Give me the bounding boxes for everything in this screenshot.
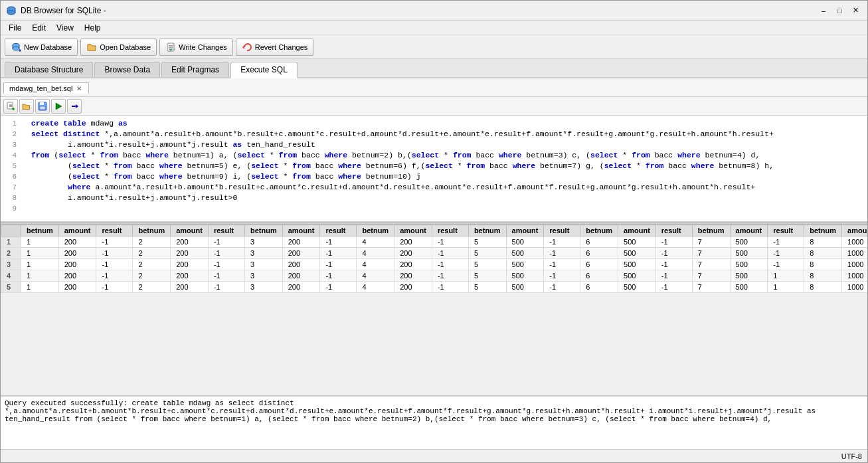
table-row[interactable]: 51200-12200-13200-14200-15500-16500-1750… bbox=[1, 282, 868, 293]
col-amount-6[interactable]: amount bbox=[618, 225, 656, 236]
sql-open-button[interactable] bbox=[19, 99, 34, 114]
menu-file[interactable]: File bbox=[3, 22, 27, 34]
results-section[interactable]: betnum amount result betnum amount resul… bbox=[1, 225, 867, 396]
col-amount-5[interactable]: amount bbox=[506, 225, 544, 236]
table-cell: -1 bbox=[208, 236, 244, 248]
svg-rect-24 bbox=[40, 106, 45, 110]
col-result-3[interactable]: result bbox=[320, 225, 357, 236]
sql-save-button[interactable] bbox=[35, 99, 50, 114]
col-betnum-5[interactable]: betnum bbox=[468, 225, 506, 236]
col-result-5[interactable]: result bbox=[544, 225, 580, 236]
table-cell: 500 bbox=[730, 259, 768, 270]
sql-tab-close[interactable]: ✕ bbox=[75, 85, 83, 92]
table-cell: -1 bbox=[544, 282, 580, 293]
tab-database-structure[interactable]: Database Structure bbox=[5, 62, 93, 77]
menu-edit[interactable]: Edit bbox=[27, 22, 51, 34]
table-cell: 500 bbox=[506, 282, 544, 293]
table-cell: 200 bbox=[394, 236, 432, 248]
table-cell: 1 bbox=[21, 236, 59, 248]
table-cell: 1 bbox=[21, 282, 59, 293]
table-row[interactable]: 31200-12200-13200-14200-15500-16500-1750… bbox=[1, 259, 868, 270]
table-cell: 5 bbox=[468, 248, 506, 259]
table-cell: -1 bbox=[655, 259, 692, 270]
table-row[interactable]: 41200-12200-13200-14200-15500-16500-1750… bbox=[1, 270, 868, 282]
sql-code-editor[interactable]: 1 create table mdawg as 2 select distinc… bbox=[1, 116, 867, 222]
svg-rect-23 bbox=[40, 102, 44, 105]
window-controls: – □ ✕ bbox=[817, 4, 862, 17]
open-database-button[interactable]: Open Database bbox=[80, 39, 157, 56]
sql-new-button[interactable] bbox=[3, 99, 18, 114]
table-cell: 4 bbox=[357, 270, 394, 282]
app-window: DB Browser for SQLite - – □ ✕ File Edit … bbox=[0, 0, 868, 463]
table-cell: 200 bbox=[171, 236, 209, 248]
tab-edit-pragmas[interactable]: Edit Pragmas bbox=[161, 62, 229, 77]
col-betnum-6[interactable]: betnum bbox=[580, 225, 618, 236]
table-cell: 1 bbox=[21, 270, 59, 282]
table-cell: 5 bbox=[468, 282, 506, 293]
table-cell: -1 bbox=[432, 248, 468, 259]
sql-run-button[interactable] bbox=[51, 99, 66, 114]
col-result-6[interactable]: result bbox=[655, 225, 692, 236]
table-cell: 1 bbox=[768, 282, 804, 293]
new-database-label: New Database bbox=[24, 43, 72, 51]
col-result-7[interactable]: result bbox=[768, 225, 804, 236]
table-cell: 200 bbox=[282, 282, 320, 293]
table-cell: 7 bbox=[692, 248, 730, 259]
menu-help[interactable]: Help bbox=[79, 22, 106, 34]
table-cell: 7 bbox=[692, 282, 730, 293]
sql-file-tab[interactable]: mdawg_ten_bet.sql ✕ bbox=[3, 82, 89, 94]
col-amount-2[interactable]: amount bbox=[171, 225, 209, 236]
sql-new-icon bbox=[6, 102, 15, 111]
col-amount-4[interactable]: amount bbox=[394, 225, 432, 236]
table-cell: -1 bbox=[96, 259, 133, 270]
table-cell: 500 bbox=[506, 248, 544, 259]
col-betnum-4[interactable]: betnum bbox=[357, 225, 394, 236]
col-betnum-7[interactable]: betnum bbox=[692, 225, 730, 236]
table-cell: -1 bbox=[432, 259, 468, 270]
sql-save-icon bbox=[38, 102, 47, 111]
col-result-2[interactable]: result bbox=[208, 225, 244, 236]
table-cell: 6 bbox=[580, 236, 618, 248]
code-line-5: 5 (select * from bacc where betnum=5) e,… bbox=[3, 161, 865, 171]
maximize-button[interactable]: □ bbox=[833, 4, 846, 17]
col-betnum-3[interactable]: betnum bbox=[244, 225, 282, 236]
sql-open-icon bbox=[22, 102, 31, 111]
revert-changes-button[interactable]: Revert Changes bbox=[236, 39, 314, 56]
table-cell: 3 bbox=[244, 236, 282, 248]
table-row[interactable]: 21200-12200-13200-14200-15500-16500-1750… bbox=[1, 248, 868, 259]
code-line-9: 9 bbox=[3, 203, 865, 214]
sql-stop-button[interactable] bbox=[67, 99, 82, 114]
minimize-button[interactable]: – bbox=[817, 4, 830, 17]
table-cell: 200 bbox=[171, 270, 209, 282]
table-cell: 200 bbox=[58, 248, 96, 259]
table-cell: 2 bbox=[133, 270, 171, 282]
table-cell: 4 bbox=[357, 248, 394, 259]
table-cell: 2 bbox=[133, 259, 171, 270]
table-cell: 200 bbox=[282, 248, 320, 259]
tab-browse-data[interactable]: Browse Data bbox=[94, 62, 160, 77]
svg-marker-27 bbox=[76, 104, 78, 108]
new-database-button[interactable]: New Database bbox=[5, 39, 78, 56]
code-line-8: 8 i.amount*i.result+j.amount*j.result>0 bbox=[3, 193, 865, 203]
table-row[interactable]: 11200-12200-13200-14200-15500-16500-1750… bbox=[1, 236, 868, 248]
col-betnum-8[interactable]: betnum bbox=[804, 225, 842, 236]
col-betnum-1[interactable]: betnum bbox=[21, 225, 59, 236]
col-betnum-2[interactable]: betnum bbox=[133, 225, 171, 236]
tab-execute-sql[interactable]: Execute SQL bbox=[230, 62, 298, 78]
table-header-row: betnum amount result betnum amount resul… bbox=[1, 225, 868, 236]
title-bar: DB Browser for SQLite - – □ ✕ bbox=[1, 1, 867, 21]
col-amount-1[interactable]: amount bbox=[58, 225, 96, 236]
close-button[interactable]: ✕ bbox=[849, 4, 862, 17]
col-result-1[interactable]: result bbox=[96, 225, 133, 236]
table-cell: 200 bbox=[394, 259, 432, 270]
col-result-4[interactable]: result bbox=[432, 225, 468, 236]
col-amount-8[interactable]: amount bbox=[842, 225, 867, 236]
col-amount-3[interactable]: amount bbox=[282, 225, 320, 236]
table-cell: 500 bbox=[618, 282, 656, 293]
table-cell: 200 bbox=[171, 259, 209, 270]
table-cell: -1 bbox=[320, 282, 357, 293]
menu-view[interactable]: View bbox=[51, 22, 79, 34]
sql-editor-section: mdawg_ten_bet.sql ✕ bbox=[1, 78, 867, 222]
write-changes-button[interactable]: Write Changes bbox=[159, 39, 233, 56]
col-amount-7[interactable]: amount bbox=[730, 225, 768, 236]
